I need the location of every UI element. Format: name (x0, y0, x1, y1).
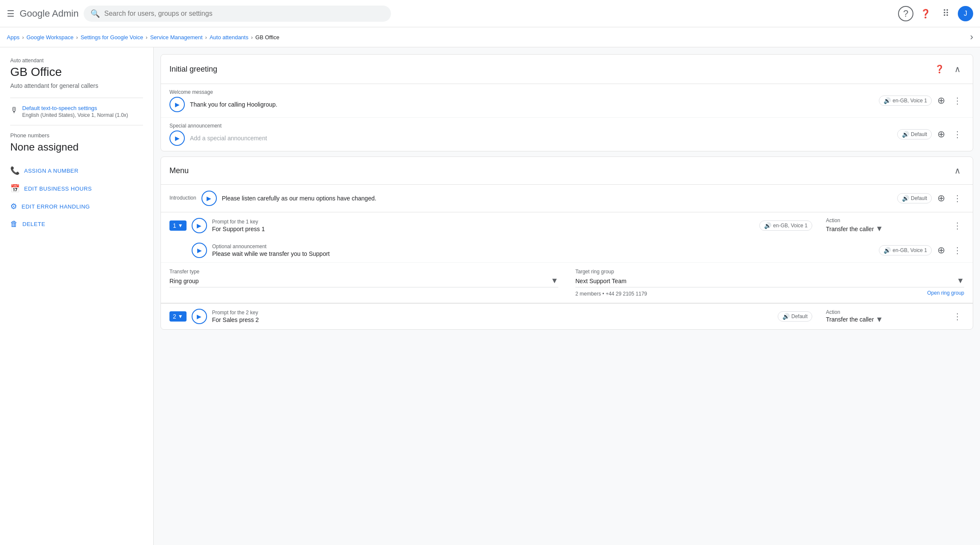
key1-prompt-label: Prompt for the 1 key (212, 219, 755, 225)
breadcrumb-service-mgmt[interactable]: Service Management (150, 34, 203, 41)
breadcrumb-sep-4: › (251, 34, 253, 41)
key1-opt-voice-badge: 🔊 en-GB, Voice 1 (879, 245, 932, 255)
key1-target-label: Target ring group (575, 269, 964, 275)
breadcrumb-workspace[interactable]: Google Workspace (26, 34, 73, 41)
initial-greeting-help-button[interactable]: ❓ (932, 61, 947, 77)
key2-dropdown-icon: ▼ (875, 315, 883, 324)
key2-action-text: Transfer the caller (826, 316, 874, 323)
key1-more-button[interactable]: ⋮ (951, 219, 964, 232)
edit-business-hours-button[interactable]: 📅 EDIT BUSINESS HOURS (10, 180, 143, 197)
intro-more-button[interactable]: ⋮ (951, 191, 964, 205)
menu-icon[interactable]: ☰ (7, 9, 15, 19)
phone-none: None assigned (10, 141, 143, 153)
breadcrumb-sep-0: › (22, 34, 24, 41)
intro-play-button[interactable]: ▶ (201, 191, 217, 206)
intro-voice-icon: 🔊 (902, 195, 909, 202)
welcome-label: Welcome message (169, 89, 277, 95)
key2-prompt-content: Prompt for the 2 key For Sales press 2 (212, 310, 773, 323)
breadcrumb: Apps › Google Workspace › Settings for G… (0, 27, 980, 47)
welcome-message-row: Welcome message ▶ Thank you for calling … (161, 84, 973, 118)
key2-more-button[interactable]: ⋮ (951, 310, 964, 323)
breadcrumb-current: GB Office (255, 34, 279, 41)
special-more-button[interactable]: ⋮ (951, 128, 964, 141)
key1-target-text: Next Support Team (575, 278, 955, 284)
key2-action-select[interactable]: Transfer the caller ▼ (826, 315, 945, 324)
special-voice-text: Default (911, 131, 927, 137)
key2-section: 2 ▼ ▶ Prompt for the 2 key For Sales pre… (161, 303, 973, 329)
breadcrumb-auto-attendants[interactable]: Auto attendants (210, 34, 248, 41)
key1-opt-voice-icon: 🔊 (884, 247, 891, 254)
key1-transfer-type-select[interactable]: Ring group ▼ (169, 276, 558, 287)
welcome-add-button[interactable]: ⊕ (934, 94, 948, 107)
tts-sub: English (United States), Voice 1, Normal… (22, 112, 128, 118)
key1-prompt-content: Prompt for the 1 key For Support press 1 (212, 219, 755, 232)
initial-greeting-card: Initial greeting ❓ ∧ Welcome message ▶ T… (160, 54, 973, 151)
delete-label: DELETE (23, 221, 46, 227)
breadcrumb-sep-3: › (205, 34, 207, 41)
key1-opt-more-button[interactable]: ⋮ (951, 244, 964, 257)
intro-add-button[interactable]: ⊕ (934, 191, 948, 205)
tts-icon: 🎙 (10, 106, 18, 115)
avatar[interactable]: J (958, 6, 973, 21)
special-add-button[interactable]: ⊕ (934, 128, 948, 141)
key2-play-button[interactable]: ▶ (192, 309, 207, 324)
breadcrumb-apps[interactable]: Apps (7, 34, 20, 41)
initial-greeting-collapse-button[interactable]: ∧ (951, 62, 964, 76)
key1-voice-icon: 🔊 (764, 222, 771, 229)
edit-hours-label: EDIT BUSINESS HOURS (24, 186, 92, 192)
delete-button[interactable]: 🗑 DELETE (10, 215, 143, 233)
help-button[interactable]: ? (898, 6, 913, 21)
key2-main-row: 2 ▼ ▶ Prompt for the 2 key For Sales pre… (161, 304, 973, 329)
menu-title: Menu (169, 166, 189, 175)
edit-error-handling-button[interactable]: ⚙ EDIT ERROR HANDLING (10, 197, 143, 215)
key1-opt-announcement: ▶ Optional announcement Please wait whil… (161, 238, 973, 263)
special-voice-icon: 🔊 (902, 131, 909, 138)
key1-target-select[interactable]: Next Support Team ▼ (575, 276, 964, 287)
question-icon[interactable]: ❓ (917, 5, 934, 22)
intro-voice-text: Default (911, 195, 927, 201)
breadcrumb-sep-1: › (76, 34, 78, 41)
search-bar[interactable]: 🔍 (84, 6, 391, 22)
key1-prompt-text: For Support press 1 (212, 226, 755, 232)
welcome-text: Thank you for calling Hooligroup. (190, 101, 277, 108)
key2-voice-text: Default (791, 313, 808, 319)
intro-text: Please listen carefully as our menu opti… (222, 195, 892, 202)
key1-opt-label: Optional announcement (212, 244, 874, 249)
voice-icon: 🔊 (884, 97, 891, 104)
calendar-icon: 📅 (10, 184, 20, 193)
special-voice-badge: 🔊 Default (897, 129, 932, 139)
key1-open-ring-group-link[interactable]: Open ring group (927, 290, 964, 296)
welcome-more-button[interactable]: ⋮ (951, 94, 964, 107)
key1-opt-add-button[interactable]: ⊕ (934, 244, 948, 257)
sidebar: Auto attendant GB Office Auto attendant … (0, 47, 154, 545)
breadcrumb-voice-settings[interactable]: Settings for Google Voice (81, 34, 143, 41)
sidebar-subtitle: Auto attendant for general callers (10, 82, 143, 89)
key1-action-text: Transfer the caller (826, 226, 874, 232)
key1-opt-play-button[interactable]: ▶ (192, 243, 207, 258)
key1-transfer-type-field: Transfer type Ring group ▼ (169, 269, 575, 297)
intro-voice-badge: 🔊 Default (897, 193, 932, 203)
key2-prompt-text: For Sales press 2 (212, 316, 773, 323)
welcome-play-button[interactable]: ▶ (169, 97, 185, 112)
special-play-button[interactable]: ▶ (169, 130, 185, 146)
search-icon: 🔍 (90, 9, 100, 18)
key2-badge[interactable]: 2 ▼ (169, 311, 187, 322)
key1-badge[interactable]: 1 ▼ (169, 220, 187, 231)
key1-play-button[interactable]: ▶ (192, 218, 207, 233)
breadcrumb-collapse[interactable]: › (970, 32, 973, 43)
menu-collapse-button[interactable]: ∧ (951, 164, 964, 177)
key2-action-label: Action (826, 309, 945, 315)
tts-label[interactable]: Default text-to-speech settings (22, 105, 128, 111)
sidebar-divider-2 (10, 125, 143, 125)
apps-icon[interactable]: ⠿ (937, 5, 954, 22)
search-input[interactable] (104, 10, 384, 17)
key1-arrow-icon: ▼ (178, 223, 183, 229)
sidebar-tts: 🎙 Default text-to-speech settings Englis… (10, 105, 143, 118)
sidebar-title: GB Office (10, 65, 143, 79)
special-label: Special announcement (169, 123, 267, 129)
logo: Google Admin (20, 8, 79, 19)
key1-action-select[interactable]: Transfer the caller ▼ (826, 224, 945, 233)
assign-number-button[interactable]: 📞 ASSIGN A NUMBER (10, 162, 143, 180)
sidebar-divider-1 (10, 98, 143, 98)
key1-number: 1 (173, 222, 176, 229)
